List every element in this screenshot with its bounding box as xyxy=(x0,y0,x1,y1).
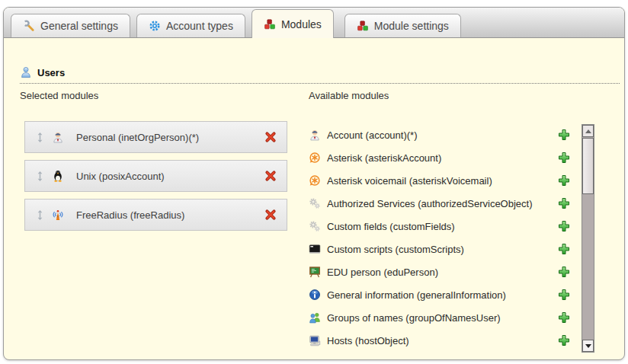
add-module-button[interactable] xyxy=(558,266,570,278)
delete-x-icon xyxy=(264,131,277,143)
available-module-row: Groups of names (groupOfNamesUser) xyxy=(309,306,570,329)
info-icon xyxy=(309,289,321,301)
tab-label: General settings xyxy=(40,20,118,32)
tab-label: Modules xyxy=(281,18,322,30)
tab-general-settings[interactable]: General settings xyxy=(11,14,130,37)
module-label: Groups of names (groupOfNamesUser) xyxy=(327,312,552,324)
module-label: Unix (posixAccount) xyxy=(71,171,258,182)
remove-module-button[interactable] xyxy=(264,131,277,143)
available-modules-list: Account (account)(*) Asterisk (asteriskA… xyxy=(309,123,570,352)
available-modules-scrollbar[interactable] xyxy=(582,124,594,353)
modules-icon xyxy=(357,20,369,32)
available-module-row: Custom fields (customFields) xyxy=(309,215,570,238)
module-label: FreeRadius (freeRadius) xyxy=(71,209,258,221)
module-label: Custom fields (customFields) xyxy=(327,221,552,232)
tux-icon xyxy=(52,170,64,182)
scroll-down-button[interactable] xyxy=(582,340,594,352)
scrollbar-thumb[interactable] xyxy=(582,138,594,194)
add-plus-icon xyxy=(558,243,570,255)
scroll-up-button[interactable] xyxy=(582,125,594,137)
add-module-button[interactable] xyxy=(558,311,570,324)
gears-icon xyxy=(309,220,321,232)
add-module-button[interactable] xyxy=(558,289,570,301)
selected-module-row[interactable]: Personal (inetOrgPerson)(*) xyxy=(24,121,287,153)
available-modules-label: Available modules xyxy=(309,90,389,101)
delete-x-icon xyxy=(264,170,277,182)
arrow-up-icon xyxy=(585,129,591,133)
add-plus-icon xyxy=(558,220,570,232)
blackboard-icon xyxy=(309,266,321,278)
wrench-icon xyxy=(23,20,35,32)
drag-handle-icon[interactable] xyxy=(35,132,45,143)
available-module-row: Asterisk voicemail (asteriskVoicemail) xyxy=(309,169,570,192)
gear-icon xyxy=(149,20,161,32)
person-icon xyxy=(52,131,64,143)
available-module-row: EDU person (eduPerson) xyxy=(309,260,570,283)
asterisk-icon xyxy=(309,174,321,187)
selected-modules-list: Personal (inetOrgPerson)(*) U xyxy=(24,121,287,238)
add-plus-icon xyxy=(558,311,570,324)
tab-account-types[interactable]: Account types xyxy=(136,14,245,37)
selected-module-row[interactable]: FreeRadius (freeRadius) xyxy=(24,199,287,231)
module-label: Authorized Services (authorizedServiceOb… xyxy=(327,198,552,209)
add-module-button[interactable] xyxy=(558,334,570,346)
available-module-row: Asterisk (asteriskAccount) xyxy=(309,146,570,169)
available-module-row: Custom scripts (customScripts) xyxy=(309,238,570,260)
module-label: Account (account)(*) xyxy=(327,129,552,141)
modules-icon xyxy=(264,18,276,30)
selected-modules-label: Selected modules xyxy=(20,90,98,101)
tab-label: Account types xyxy=(166,20,233,32)
module-label: Hosts (hostObject) xyxy=(327,335,552,346)
tab-module-settings[interactable]: Module settings xyxy=(344,14,461,37)
configuration-panel: General settings Account types Modules xyxy=(3,7,625,360)
drag-handle-icon[interactable] xyxy=(35,209,45,221)
delete-x-icon xyxy=(264,209,277,221)
arrow-down-icon xyxy=(585,344,591,348)
module-label: Personal (inetOrgPerson)(*) xyxy=(71,132,258,143)
add-module-button[interactable] xyxy=(558,152,570,164)
add-module-button[interactable] xyxy=(558,174,570,187)
users-section-header: Users xyxy=(20,66,620,84)
tab-modules[interactable]: Modules xyxy=(252,9,334,38)
drag-handle-icon[interactable] xyxy=(35,171,45,182)
gears-icon xyxy=(309,197,321,209)
add-plus-icon xyxy=(558,129,570,141)
remove-module-button[interactable] xyxy=(264,209,277,221)
tab-bar: General settings Account types Modules xyxy=(4,8,624,38)
available-module-row: Hosts (hostObject) xyxy=(309,329,570,352)
group-icon xyxy=(309,311,321,324)
person-icon xyxy=(309,129,321,141)
module-label: Asterisk (asteriskAccount) xyxy=(327,152,552,164)
add-module-button[interactable] xyxy=(558,197,570,209)
available-module-row: Account (account)(*) xyxy=(309,123,570,146)
add-plus-icon xyxy=(558,174,570,187)
add-module-button[interactable] xyxy=(558,220,570,232)
remove-module-button[interactable] xyxy=(264,170,277,182)
add-module-button[interactable] xyxy=(558,129,570,141)
add-plus-icon xyxy=(558,266,570,278)
selected-module-row[interactable]: Unix (posixAccount) xyxy=(24,160,287,192)
antenna-icon xyxy=(52,209,64,221)
terminal-icon xyxy=(309,243,321,255)
add-plus-icon xyxy=(558,197,570,209)
available-module-row: General information (generalInformation) xyxy=(309,283,570,306)
module-label: Custom scripts (customScripts) xyxy=(327,244,552,255)
user-icon xyxy=(20,66,32,78)
module-label: General information (generalInformation) xyxy=(327,289,552,301)
tab-label: Module settings xyxy=(374,20,449,32)
module-label: Asterisk voicemail (asteriskVoicemail) xyxy=(327,175,552,187)
computer-icon xyxy=(309,334,321,346)
add-plus-icon xyxy=(558,152,570,164)
add-module-button[interactable] xyxy=(558,243,570,255)
add-plus-icon xyxy=(558,334,570,346)
add-plus-icon xyxy=(558,289,570,301)
module-label: EDU person (eduPerson) xyxy=(327,267,552,278)
available-module-row: Authorized Services (authorizedServiceOb… xyxy=(309,192,570,215)
section-title: Users xyxy=(37,67,65,78)
asterisk-icon xyxy=(309,152,321,164)
